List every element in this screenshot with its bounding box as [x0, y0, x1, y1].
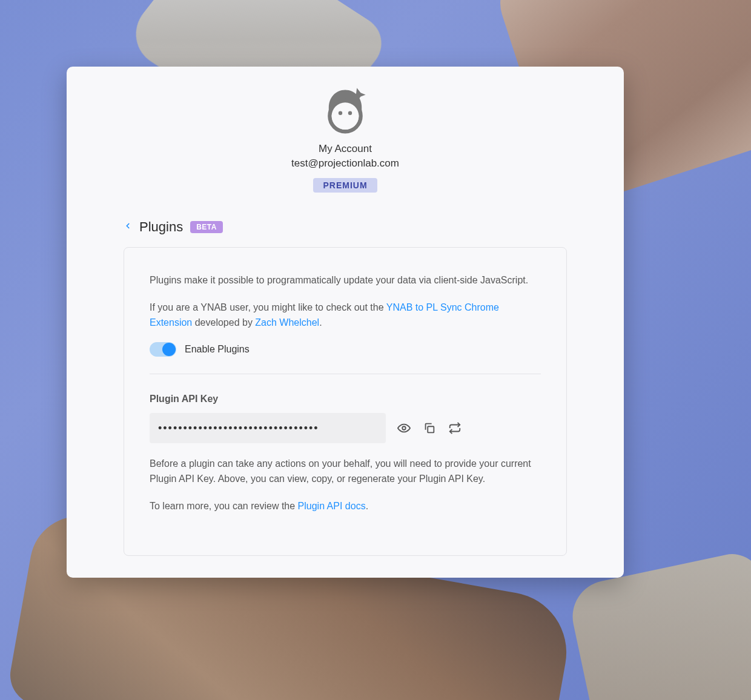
avatar-icon	[321, 86, 369, 134]
account-header: My Account test@projectionlab.com PREMIU…	[67, 86, 624, 207]
page-title: Plugins	[139, 219, 183, 235]
ynab-suffix: .	[319, 317, 322, 328]
tier-badge: PREMIUM	[313, 178, 377, 193]
copy-icon[interactable]	[422, 421, 437, 435]
account-card: My Account test@projectionlab.com PREMIU…	[67, 67, 624, 578]
enable-plugins-toggle[interactable]	[150, 342, 176, 357]
api-docs-text: To learn more, you can review the Plugin…	[150, 499, 541, 514]
ynab-mid: developed by	[192, 317, 255, 328]
divider	[150, 374, 541, 374]
refresh-icon[interactable]	[448, 421, 462, 435]
docs-suffix: .	[366, 501, 368, 511]
api-key-help: Before a plugin can take any actions on …	[150, 457, 541, 487]
svg-point-4	[348, 111, 352, 115]
svg-rect-6	[428, 427, 434, 433]
api-key-input[interactable]	[150, 413, 386, 443]
enable-plugins-label: Enable Plugins	[185, 344, 250, 355]
api-key-label: Plugin API Key	[150, 394, 541, 404]
eye-icon[interactable]	[397, 421, 411, 435]
chevron-left-icon[interactable]	[124, 222, 132, 233]
intro-text: Plugins make it possible to programmatic…	[150, 273, 541, 288]
plugins-panel: Plugins make it possible to programmatic…	[124, 247, 567, 556]
svg-point-5	[402, 427, 406, 431]
ynab-author-link[interactable]: Zach Whelchel	[255, 317, 319, 328]
beta-badge: BETA	[190, 221, 223, 233]
ynab-text: If you are a YNAB user, you might like t…	[150, 300, 541, 331]
svg-point-2	[332, 102, 359, 130]
docs-prefix: To learn more, you can review the	[150, 501, 298, 511]
api-key-row	[150, 413, 541, 443]
account-email: test@projectionlab.com	[291, 157, 399, 170]
enable-plugins-row: Enable Plugins	[150, 342, 541, 357]
plugin-api-docs-link[interactable]: Plugin API docs	[298, 501, 366, 511]
ynab-prefix: If you are a YNAB user, you might like t…	[150, 302, 386, 312]
svg-marker-0	[356, 88, 366, 101]
account-title: My Account	[319, 143, 372, 155]
toggle-knob	[162, 343, 176, 356]
svg-point-3	[339, 111, 342, 115]
breadcrumb: Plugins BETA	[67, 207, 624, 247]
